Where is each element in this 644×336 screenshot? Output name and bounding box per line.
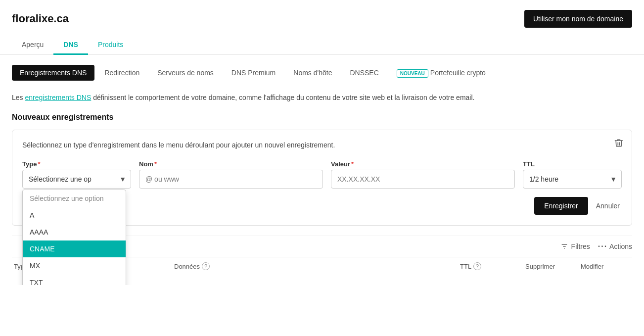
type-dropdown: Sélectionnez une option A AAAA CNAME MX … xyxy=(22,190,126,285)
new-record-form: Sélectionnez un type d'enregistrement da… xyxy=(12,130,632,226)
name-field-group: Nom* xyxy=(139,160,323,189)
value-required: * xyxy=(351,160,354,168)
type-field-wrapper: Sélectionnez une op ▼ Sélectionnez une o… xyxy=(22,170,131,189)
subtab-dnssec[interactable]: DNSSEC xyxy=(342,65,386,81)
ttl-label: TTL xyxy=(523,160,622,168)
name-required: * xyxy=(154,160,157,168)
ttl-field-group: TTL 1/2 heure ▼ xyxy=(523,160,622,189)
dropdown-option-TXT[interactable]: TXT xyxy=(23,274,126,285)
save-button[interactable]: Enregistrer xyxy=(534,197,588,215)
donnees-help-icon[interactable]: ? xyxy=(202,262,210,270)
type-label: Type* xyxy=(22,160,131,168)
subtab-bar: Enregistrements DNS Redirection Serveurs… xyxy=(12,65,632,81)
section-title: Nouveaux enregistrements xyxy=(12,113,632,122)
info-text: Les enregistrements DNS définissent le c… xyxy=(12,93,632,103)
ttl-help-icon[interactable]: ? xyxy=(473,262,481,270)
filter-icon xyxy=(560,242,568,250)
main-nav: Aperçu DNS Produits xyxy=(12,36,632,54)
type-select-wrapper: Sélectionnez une op ▼ xyxy=(22,170,131,189)
dns-records-link[interactable]: enregistrements DNS xyxy=(25,94,91,101)
form-hint: Sélectionnez un type d'enregistrement da… xyxy=(22,140,622,150)
subtab-crypto[interactable]: NOUVEAUPortefeuille crypto xyxy=(389,65,494,81)
tab-dns[interactable]: DNS xyxy=(53,36,88,55)
type-field-group: Type* Sélectionnez une op ▼ Sélectionnez… xyxy=(22,160,131,189)
tab-produits[interactable]: Produits xyxy=(88,36,133,55)
value-input[interactable] xyxy=(331,170,515,189)
col-modifier: Modifier xyxy=(581,263,630,270)
actions-button[interactable]: ··· Actions xyxy=(598,242,632,251)
delete-form-icon[interactable] xyxy=(614,138,624,149)
subtab-serveurs[interactable]: Serveurs de noms xyxy=(149,65,222,81)
col-ttl: TTL ? xyxy=(460,262,519,270)
col-donnees: Données ? xyxy=(174,262,454,270)
use-domain-button[interactable]: Utiliser mon nom de domaine xyxy=(524,10,632,28)
subtab-enregistrements[interactable]: Enregistrements DNS xyxy=(12,65,94,81)
name-input[interactable] xyxy=(139,170,323,189)
dropdown-header: Sélectionnez une option xyxy=(23,190,126,207)
value-field-group: Valeur* xyxy=(331,160,515,189)
cancel-button[interactable]: Annuler xyxy=(594,197,622,215)
tab-apercu[interactable]: Aperçu xyxy=(12,36,53,55)
dropdown-option-AAAA[interactable]: AAAA xyxy=(23,224,126,240)
col-supprimer: Supprimer xyxy=(525,263,575,270)
ttl-select[interactable]: 1/2 heure xyxy=(523,170,622,189)
subtab-hote[interactable]: Noms d'hôte xyxy=(285,65,340,81)
subtab-redirection[interactable]: Redirection xyxy=(96,65,147,81)
dropdown-option-A[interactable]: A xyxy=(23,207,126,224)
name-label: Nom* xyxy=(139,160,323,168)
new-badge: NOUVEAU xyxy=(397,69,428,78)
type-select[interactable]: Sélectionnez une op xyxy=(22,170,131,189)
value-label: Valeur* xyxy=(331,160,515,168)
filters-button[interactable]: Filtres xyxy=(560,242,590,250)
subtab-premium[interactable]: DNS Premium xyxy=(224,65,283,81)
dropdown-option-MX[interactable]: MX xyxy=(23,257,126,274)
ttl-select-wrapper: 1/2 heure ▼ xyxy=(523,170,622,189)
form-row: Type* Sélectionnez une op ▼ Sélectionnez… xyxy=(22,160,622,189)
type-required: * xyxy=(38,160,40,168)
dropdown-option-CNAME[interactable]: CNAME xyxy=(23,240,126,257)
domain-title: floralixe.ca xyxy=(12,12,69,25)
dots-icon: ··· xyxy=(598,242,607,251)
